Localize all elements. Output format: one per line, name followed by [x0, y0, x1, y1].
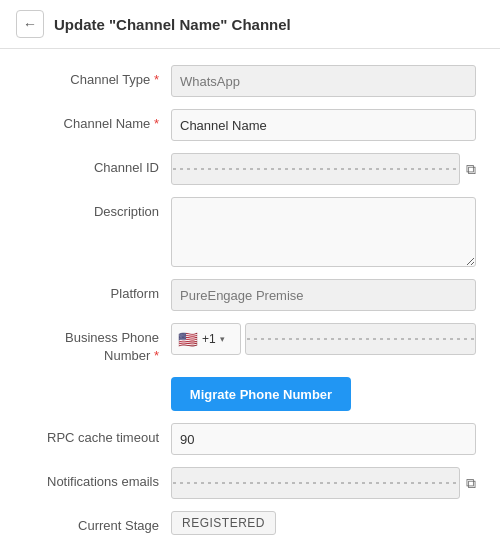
rpc-cache-control	[171, 423, 476, 455]
description-input[interactable]	[171, 197, 476, 267]
phone-number-input[interactable]	[245, 323, 476, 355]
page-header: ← Update "Channel Name" Channel	[0, 0, 500, 49]
description-label: Description	[16, 197, 171, 221]
copy-email-icon[interactable]: ⧉	[466, 475, 476, 492]
channel-name-row: Channel Name	[16, 109, 476, 141]
notifications-email-input[interactable]	[171, 467, 460, 499]
platform-input[interactable]	[171, 279, 476, 311]
channel-name-label: Channel Name	[16, 109, 171, 133]
description-row: Description	[16, 197, 476, 267]
status-badge: REGISTERED	[171, 511, 276, 535]
channel-id-label: Channel ID	[16, 153, 171, 177]
rpc-cache-row: RPC cache timeout	[16, 423, 476, 455]
chevron-down-icon: ▾	[220, 334, 225, 344]
current-stage-row: Current Stage REGISTERED	[16, 511, 476, 535]
description-control	[171, 197, 476, 267]
channel-type-row: Channel Type	[16, 65, 476, 97]
form-container: Channel Type Channel Name Channel ID ⧉ D…	[0, 49, 500, 556]
channel-name-control	[171, 109, 476, 141]
business-phone-control: 🇺🇸 +1 ▾	[171, 323, 476, 355]
channel-type-input[interactable]	[171, 65, 476, 97]
current-stage-label: Current Stage	[16, 511, 171, 535]
back-icon: ←	[23, 16, 37, 32]
country-code-label: +1	[202, 332, 216, 346]
notifications-control: ⧉	[171, 467, 476, 499]
channel-id-input	[171, 153, 460, 185]
flag-icon: 🇺🇸	[178, 330, 198, 349]
notifications-row: Notifications emails ⧉	[16, 467, 476, 499]
channel-id-control: ⧉	[171, 153, 476, 185]
rpc-cache-input[interactable]	[171, 423, 476, 455]
rpc-cache-label: RPC cache timeout	[16, 423, 171, 447]
current-stage-control: REGISTERED	[171, 511, 476, 535]
phone-row: 🇺🇸 +1 ▾	[171, 323, 476, 355]
platform-row: Platform	[16, 279, 476, 311]
back-button[interactable]: ←	[16, 10, 44, 38]
channel-type-control	[171, 65, 476, 97]
page-title: Update "Channel Name" Channel	[54, 16, 291, 33]
platform-label: Platform	[16, 279, 171, 303]
channel-name-input[interactable]	[171, 109, 476, 141]
copy-channel-id-icon[interactable]: ⧉	[466, 161, 476, 178]
business-phone-label: Business Phone Number	[16, 323, 171, 365]
channel-id-row: Channel ID ⧉	[16, 153, 476, 185]
platform-control	[171, 279, 476, 311]
channel-type-label: Channel Type	[16, 65, 171, 89]
business-phone-row: Business Phone Number 🇺🇸 +1 ▾	[16, 323, 476, 365]
migrate-phone-button[interactable]: Migrate Phone Number	[171, 377, 351, 411]
notifications-label: Notifications emails	[16, 467, 171, 491]
country-code-select[interactable]: 🇺🇸 +1 ▾	[171, 323, 241, 355]
